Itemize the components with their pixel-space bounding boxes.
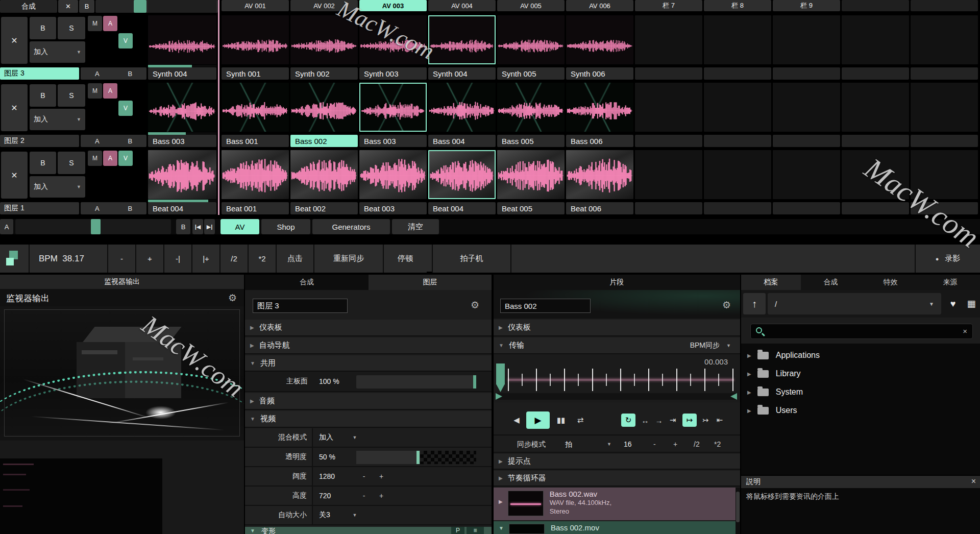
clip-thumbnail[interactable] xyxy=(290,15,358,64)
clip-panel-scrollbar[interactable] xyxy=(736,488,740,534)
layer-name-bar[interactable]: 图层 1 xyxy=(0,202,79,214)
bpm-button-4[interactable]: /2 xyxy=(219,245,248,273)
chevron-right-icon[interactable]: ▶ xyxy=(747,408,751,414)
favorites-heart-icon[interactable]: ♥ xyxy=(944,293,962,314)
layer-crossfade-cell[interactable]: AB xyxy=(81,135,146,147)
clip-label[interactable]: Synth 005 xyxy=(497,67,565,80)
search-input[interactable]: × xyxy=(750,324,973,339)
crossfader-a-button[interactable]: A xyxy=(0,219,13,234)
column-header-av-004[interactable]: AV 004 xyxy=(428,0,496,11)
empty-clip-label[interactable] xyxy=(911,202,978,214)
param-value[interactable]: 加入 xyxy=(319,428,333,447)
column-header-栏-8[interactable]: 栏 8 xyxy=(704,0,771,11)
clip-label[interactable]: Bass 003 xyxy=(359,135,427,147)
section-audio[interactable]: ▶音频 xyxy=(245,393,492,410)
play-forward-icon[interactable]: → xyxy=(654,414,664,427)
skip-end-button[interactable]: ▶| xyxy=(204,219,215,234)
layer-blend-dropdown[interactable]: 加入▼ xyxy=(30,109,85,130)
empty-clip-label[interactable] xyxy=(773,202,840,214)
view-mode-icon[interactable]: ▦ xyxy=(964,293,979,314)
crossfade-b-button[interactable]: B xyxy=(128,70,132,78)
clip-thumbnail[interactable] xyxy=(497,150,565,199)
from-start-icon[interactable]: ⇤ xyxy=(714,414,725,427)
bpm-button-3[interactable]: |+ xyxy=(191,245,219,273)
column-header-blank[interactable] xyxy=(911,0,978,11)
folder-row-applications[interactable]: ▶ Applications xyxy=(741,346,980,365)
clip-thumbnail[interactable] xyxy=(566,150,633,199)
column-header-av-002[interactable]: AV 002 xyxy=(290,0,358,11)
crossfader-handle[interactable] xyxy=(91,219,101,234)
section-dashboard[interactable]: ▶仪表板 xyxy=(245,320,492,336)
active-clip-label[interactable]: Synth 004 xyxy=(148,67,216,80)
layer-master-button[interactable]: M xyxy=(88,16,102,31)
crossfade-b-button[interactable]: B xyxy=(128,205,132,212)
bpm-sync-icon[interactable] xyxy=(0,245,29,273)
layer-audio-button[interactable]: A xyxy=(103,151,117,166)
section-video[interactable]: ▼视频 xyxy=(245,411,492,428)
param-plus-button[interactable]: + xyxy=(374,467,389,486)
clip-label[interactable]: Bass 005 xyxy=(497,135,565,147)
clip-thumbnail[interactable] xyxy=(222,15,289,64)
section-transport[interactable]: ▼传输 BPM同步 ▼ xyxy=(494,337,740,354)
sync-double-button[interactable]: *2 xyxy=(714,440,721,448)
param-plus-button[interactable]: + xyxy=(374,487,389,505)
clip-name-input[interactable]: Bass 002 xyxy=(500,299,591,313)
layer-bypass-button[interactable]: B xyxy=(30,152,56,174)
layer-video-button[interactable]: V xyxy=(118,101,133,116)
path-dropdown[interactable]: / ▼ xyxy=(768,293,941,314)
layer-name-bar[interactable]: 图层 2 xyxy=(0,135,79,147)
clip-thumbnail[interactable] xyxy=(290,83,358,132)
active-clip-label[interactable]: Beat 004 xyxy=(148,202,216,214)
section-transform[interactable]: ▼ 变形 P ≡ xyxy=(245,527,492,534)
master-slider[interactable] xyxy=(356,375,476,389)
param-value[interactable]: 720 xyxy=(319,487,331,505)
empty-clip-slot[interactable] xyxy=(911,150,978,199)
column-header-av-003[interactable]: AV 003 xyxy=(359,0,427,11)
deck-tab-generators[interactable]: Generators xyxy=(312,219,390,234)
browser-tab-2[interactable]: 特效 xyxy=(861,275,920,290)
folder-row-users[interactable]: ▶ Users xyxy=(741,401,980,420)
up-directory-button[interactable]: ↑ xyxy=(743,293,766,314)
clip-thumbnail[interactable] xyxy=(497,83,565,132)
clip-label[interactable]: Beat 006 xyxy=(566,202,633,214)
layer-solo-button[interactable]: S xyxy=(58,152,85,174)
clip-thumbnail[interactable] xyxy=(359,83,427,132)
layer-settings-gear-icon[interactable]: ⚙ xyxy=(471,299,479,311)
bpm-button-0[interactable]: - xyxy=(107,245,135,273)
active-clip-thumbnail[interactable] xyxy=(148,150,216,199)
empty-clip-slot[interactable] xyxy=(911,83,978,132)
empty-clip-label[interactable] xyxy=(773,67,840,80)
layer-solo-button[interactable]: S xyxy=(58,84,85,107)
chevron-down-icon[interactable]: ▼ xyxy=(347,428,362,447)
param-value[interactable]: 50 % xyxy=(319,448,335,466)
empty-clip-label[interactable] xyxy=(773,135,840,147)
section-beatlooper[interactable]: ▶节奏循环器 xyxy=(494,471,740,487)
active-clip-thumbnail[interactable] xyxy=(148,83,216,132)
clear-search-icon[interactable]: × xyxy=(963,327,967,335)
clip-thumbnail[interactable] xyxy=(290,150,358,199)
deck-tab-shop[interactable]: Shop xyxy=(261,219,310,234)
deck-tab-av[interactable]: AV xyxy=(220,219,259,234)
empty-clip-label[interactable] xyxy=(911,67,978,80)
clip-thumbnail[interactable] xyxy=(428,83,496,132)
clip-thumbnail[interactable] xyxy=(566,83,633,132)
sync-minus-button[interactable]: - xyxy=(653,440,656,448)
loop-icon[interactable]: ↻ xyxy=(621,414,635,427)
column-header-av-006[interactable]: AV 006 xyxy=(566,0,633,11)
clip-thumbnail[interactable] xyxy=(359,15,427,64)
shuffle-icon[interactable]: ⇄ xyxy=(574,411,586,429)
folder-row-library[interactable]: ▶ Library xyxy=(741,365,980,383)
empty-clip-slot[interactable] xyxy=(773,150,840,199)
tab-monitor-output[interactable]: 监视器输出 xyxy=(0,275,244,289)
bpm-sync-dropdown[interactable]: BPM同步 xyxy=(690,341,720,350)
sync-mode-dropdown[interactable]: 拍 xyxy=(565,440,572,449)
empty-clip-label[interactable] xyxy=(842,202,909,214)
clip-thumbnail[interactable] xyxy=(428,15,496,64)
composition-cell[interactable]: 合成 xyxy=(0,0,57,13)
empty-clip-slot[interactable] xyxy=(635,150,702,199)
layer-master-button[interactable]: M xyxy=(88,83,102,99)
clip-thumbnail[interactable] xyxy=(222,150,289,199)
layer-video-button[interactable]: V xyxy=(118,33,133,48)
transform-p-button[interactable]: P xyxy=(451,527,464,534)
clip-video-file-row[interactable]: ▼ Bass 002.mov ⤢ × xyxy=(494,521,736,534)
